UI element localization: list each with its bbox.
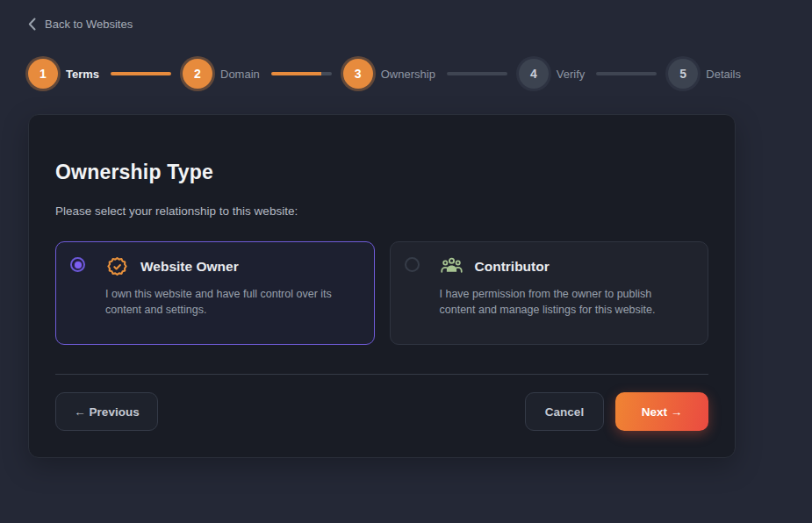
step-label: Domain: [220, 68, 260, 81]
option-website-owner[interactable]: Website Owner I own this website and hav…: [55, 241, 375, 345]
step-terms[interactable]: 1 Terms: [28, 59, 99, 89]
step-number-badge: 3: [343, 59, 373, 89]
step-number-badge: 4: [519, 59, 549, 89]
step-label: Ownership: [381, 68, 435, 81]
step-label: Verify: [557, 68, 586, 81]
step-verify[interactable]: 4 Verify: [519, 59, 586, 89]
people-group-icon: [440, 254, 463, 278]
footer-divider: [55, 374, 708, 375]
stepper: 1 Terms 2 Domain 3 Ownership 4 Verify 5 …: [28, 56, 741, 91]
step-connector: [596, 72, 657, 75]
back-link[interactable]: Back to Websites: [28, 18, 133, 31]
radio-contributor[interactable]: [405, 257, 420, 272]
ownership-step-card: Ownership Type Please select your relati…: [28, 114, 736, 458]
option-description: I have permission from the owner to publ…: [440, 286, 694, 318]
option-description: I own this website and have full control…: [105, 286, 360, 318]
step-connector: [271, 72, 332, 75]
shield-check-icon: [105, 254, 129, 278]
page-subtitle: Please select your relationship to this …: [55, 204, 708, 218]
option-title: Contributor: [475, 259, 550, 275]
option-title: Website Owner: [140, 259, 239, 275]
cancel-button[interactable]: Cancel: [525, 392, 604, 431]
back-link-label: Back to Websites: [45, 18, 133, 31]
page-title: Ownership Type: [55, 161, 708, 184]
option-contributor[interactable]: Contributor I have permission from the o…: [390, 241, 709, 345]
chevron-left-icon: [28, 18, 36, 31]
step-connector: [111, 72, 171, 75]
step-connector: [447, 72, 507, 75]
wizard-footer: ← Previous Cancel Next →: [55, 392, 708, 431]
step-details[interactable]: 5 Details: [668, 59, 741, 89]
step-ownership[interactable]: 3 Ownership: [343, 59, 435, 89]
previous-button[interactable]: ← Previous: [55, 392, 158, 431]
step-label: Terms: [66, 68, 99, 81]
step-number-badge: 2: [183, 59, 212, 89]
step-domain[interactable]: 2 Domain: [183, 59, 260, 89]
ownership-options: Website Owner I own this website and hav…: [55, 241, 708, 345]
step-number-badge: 5: [668, 59, 698, 89]
step-label: Details: [706, 68, 741, 81]
radio-website-owner[interactable]: [70, 257, 85, 272]
next-button[interactable]: Next →: [615, 392, 708, 431]
step-number-badge: 1: [28, 59, 58, 89]
